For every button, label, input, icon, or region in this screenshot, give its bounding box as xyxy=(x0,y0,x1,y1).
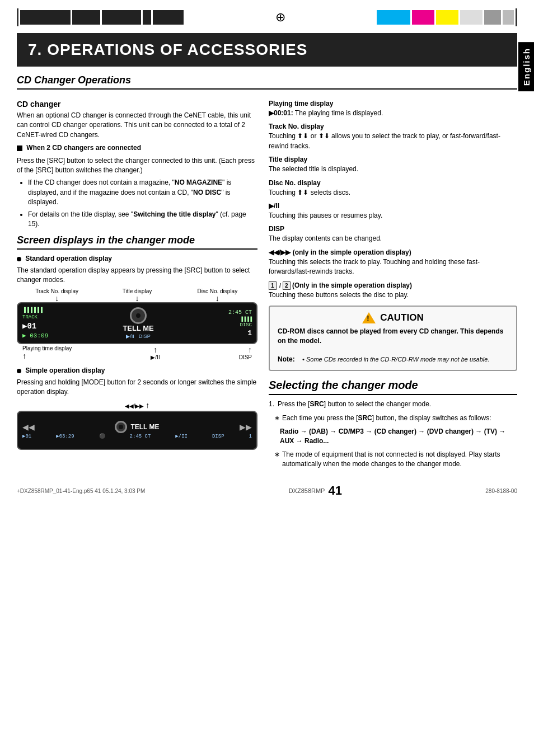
asterisk-3-text: The mode of equipment that is not connec… xyxy=(282,450,517,469)
diagram1-top-labels: Track No. display ↓ Title display ↓ Disc… xyxy=(17,288,257,302)
deco-cyan xyxy=(377,10,410,25)
asterisk-item-3: ∗ The mode of equipment that is not conn… xyxy=(274,450,517,469)
deco-yellow xyxy=(436,10,458,25)
changer-mode-steps: 1. Press the [SRC] button to select the … xyxy=(269,400,517,409)
disc-no-body: Touching ⬆⬇ selects discs. xyxy=(269,188,517,198)
track-no-body: Touching ⬆⬇ or ⬆⬇ allows you to select t… xyxy=(269,132,517,151)
disp-body: The display contents can be changed. xyxy=(269,234,517,243)
standard-display-title: Standard operation display xyxy=(25,255,112,262)
step-1: 1. Press the [SRC] button to select the … xyxy=(269,400,517,409)
simple-display-body: Pressing and holding [MODE] button for 2… xyxy=(17,378,257,397)
compass-icon: ⊕ xyxy=(275,10,285,25)
bottom-bar: +DXZ858RMP_01-41-Eng.p65 41 05.1.24, 3:0… xyxy=(17,483,517,498)
caution-title-text: CAUTION xyxy=(380,312,423,323)
diag2-arrow-icon: ◀◀/▶▶ xyxy=(125,403,144,409)
deco-gray xyxy=(484,10,501,25)
bullet-1: If the CD changer does not contain a mag… xyxy=(28,178,257,207)
play-pause-btn: ▶/II xyxy=(126,334,134,339)
label-disc-no: Disc No. display ↓ xyxy=(177,288,257,302)
selecting-changer-title: Selecting the changer mode xyxy=(269,379,517,395)
asterisk-1-text: Each time you press the [SRC] button, th… xyxy=(282,414,491,423)
black-square-icon xyxy=(17,145,22,151)
asterisk-item-2: Radio → (DAB) → CD/MP3 → (CD changer) → … xyxy=(280,427,517,447)
play2-icon: ▶/II xyxy=(175,433,188,439)
model-number: DXZ858RMP xyxy=(289,487,325,494)
time-right-val: 2:45 CT xyxy=(228,309,252,316)
track-label: TRACK xyxy=(22,314,48,320)
arrow-down-1: ↓ xyxy=(17,294,97,302)
arrow-up-1: ↑ xyxy=(22,351,72,360)
top-decoration: ⊕ xyxy=(17,8,517,26)
time2-right: 2:45 CT xyxy=(130,434,151,439)
time-disp: ▶ 03:09 xyxy=(22,332,48,339)
arrow-down-2: ↓ xyxy=(97,294,177,302)
screen-bottom-btns: ▶/II DISP xyxy=(126,334,151,339)
disc-indicator: ▐▐▐▐DISC xyxy=(228,317,252,328)
below-label-mid: ↑ ▶/II xyxy=(151,345,160,360)
slash-sep: / xyxy=(279,283,281,289)
disp-label: DISP xyxy=(269,225,517,233)
left-column: CD changer When an optional CD changer i… xyxy=(17,95,257,472)
screen-displays-title: Screen displays in the changer mode xyxy=(17,234,257,250)
play-pause-label: ▶/II xyxy=(269,202,517,210)
disc-btn-qualifier: (Only in the simple operation display) xyxy=(292,281,412,289)
arrow-up-2: ↑ xyxy=(151,345,160,354)
diagram1-below-labels: Playing time display ↑ ↑ ▶/II ↑ DISP xyxy=(17,345,257,360)
main-content: CD changer When an optional CD changer i… xyxy=(17,95,517,472)
screen-right-info: 2:45 CT ▐▐▐▐DISC 1 xyxy=(228,309,252,337)
note-label: Note: xyxy=(278,355,295,363)
below-label-right: ↑ DISP xyxy=(239,345,252,360)
deco-black-med xyxy=(72,10,100,25)
deco-vert-line-right xyxy=(516,8,517,26)
disc-buttons-body: Touching these buttons selects the disc … xyxy=(269,290,517,300)
title-display-body: The selected title is displayed. xyxy=(269,165,517,174)
caution-box: CAUTION CD-ROM discs cannot be played fr… xyxy=(269,306,517,371)
cd-changer-intro: When an optional CD changer is connected… xyxy=(17,111,257,140)
playing-time-label: Playing time display xyxy=(269,100,517,107)
deco-right xyxy=(377,8,517,26)
when-2-title: When 2 CD changers are connected xyxy=(17,143,257,153)
cd-changer-subtitle: CD changer xyxy=(17,100,257,109)
below-label-left: Playing time display ↑ xyxy=(22,345,72,360)
bullet-circle-icon-2 xyxy=(17,369,21,373)
screen-title-text: TELL ME xyxy=(123,324,153,332)
bullet-circle-icon xyxy=(17,257,21,261)
screen2-title: TELL ME xyxy=(130,423,159,431)
standard-display-body: The standard operation display appears b… xyxy=(17,266,257,285)
title-display-label: Title display xyxy=(269,156,517,163)
caution-triangle-icon xyxy=(362,312,376,323)
deco-black-wide2 xyxy=(102,10,141,25)
screen-main-area: TELL ME ▶/II DISP xyxy=(50,307,226,339)
screen-diagram-1: ▐▐▐▐▐▐ TRACK ▶01 ▶ 03:09 TELL ME ▶/II DI… xyxy=(17,302,257,344)
disc-num: 1 xyxy=(228,329,252,337)
caution-body: CD-ROM discs cannot be played from every… xyxy=(278,327,508,364)
star-3: ∗ xyxy=(274,450,280,469)
screen2-top: ◀◀ TELL ME ▶▶ xyxy=(22,421,252,433)
asterisk-item-1: ∗ Each time you press the [SRC] button, … xyxy=(274,414,517,423)
track-no-label: Track No. display xyxy=(269,123,517,130)
deco-lgray xyxy=(503,10,514,25)
disc-btn-icon-2: 2 xyxy=(283,281,291,290)
cd-changer-operations-title: CD Changer Operations xyxy=(17,74,517,90)
arrow-up-3: ↑ xyxy=(239,345,252,354)
diag2-top-arrow: ↑ xyxy=(146,401,149,410)
rewind-left-icon: ◀◀ xyxy=(22,422,35,431)
track2-no: ▶01 xyxy=(22,433,31,439)
disc-buttons-label: 1 / 2 (Only in the simple operation disp… xyxy=(269,281,517,289)
print-info: +DXZ858RMP_01-41-Eng.p65 41 05.1.24, 3:0… xyxy=(17,488,145,494)
doc-number: 280-8188-00 xyxy=(485,488,517,494)
step-1-text: Press the [SRC] button to select the cha… xyxy=(278,400,431,409)
deco-left xyxy=(17,8,184,26)
ffrew-body: Touching this selects the track to play.… xyxy=(269,257,517,277)
when-2-body: Press the [SRC] button to select the cha… xyxy=(17,156,257,176)
screen2-bottom: ▶01 ▶03:29 ⚫ 2:45 CT ▶/II DISP 1 xyxy=(22,433,252,439)
right-column: Playing time display ▶00:01: The playing… xyxy=(269,95,517,472)
diagram2-container: ◀◀/▶▶ ↑ ◀◀ TELL ME ▶▶ ▶01 ▶03:29 xyxy=(17,401,257,450)
chapter-title: 7. OPERATIONS OF ACCESSORIES xyxy=(28,41,307,58)
track-num-disp: ▐▐▐▐▐▐ xyxy=(22,307,48,313)
ffrew-qualifier: (only in the simple operation display) xyxy=(293,248,411,256)
disc2-num: 1 xyxy=(249,434,252,439)
deco-magenta xyxy=(412,10,434,25)
bullet-2: For details on the title display, see "S… xyxy=(28,210,257,229)
track-no-val: ▶01 xyxy=(22,321,48,331)
